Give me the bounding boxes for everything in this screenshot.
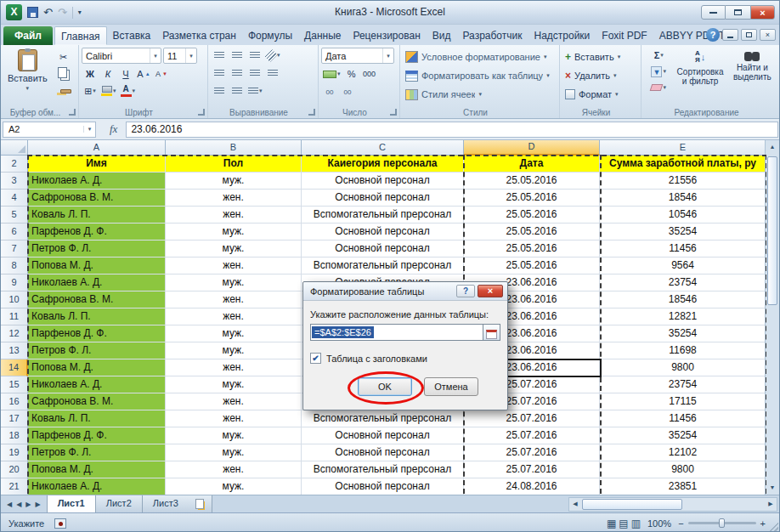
insert-cells-button[interactable]: + Вставить ▾	[562, 48, 638, 66]
dialog-titlebar[interactable]: Форматирование таблицы ? ×	[303, 282, 507, 301]
cell-B2[interactable]: Пол	[166, 156, 302, 173]
decrease-decimal-button[interactable]: 00	[339, 84, 356, 99]
fill-color-button[interactable]: ▾	[99, 83, 118, 99]
cell-A18[interactable]: Парфенов Д. Ф.	[28, 427, 166, 444]
row-header-5[interactable]: 5	[1, 207, 28, 224]
conditional-formatting-button[interactable]: Условное форматирование ▾	[403, 48, 557, 66]
dialog-launcher-icon[interactable]	[69, 109, 76, 116]
cell-B21[interactable]: муж.	[166, 478, 302, 495]
insert-function-button[interactable]: fx	[110, 122, 117, 136]
save-icon[interactable]	[27, 7, 38, 18]
cell-D8[interactable]: 25.05.2016	[464, 258, 600, 274]
horizontal-scroll-thumb[interactable]	[582, 499, 682, 510]
row-header-17[interactable]: 17	[1, 410, 28, 427]
font-color-button[interactable]: А▾	[119, 83, 138, 99]
cell-A9[interactable]: Николаев А. Д.	[28, 274, 166, 291]
row-header-15[interactable]: 15	[1, 376, 28, 393]
cell-C2[interactable]: Каиегория персонала	[302, 156, 464, 173]
name-box[interactable]: A2 ▾	[3, 122, 96, 138]
excel-logo-icon[interactable]: X	[6, 4, 22, 20]
cell-B5[interactable]: жен.	[166, 207, 302, 224]
valign-top-button[interactable]	[211, 48, 228, 63]
cell-B13[interactable]: муж.	[166, 342, 302, 359]
bold-button[interactable]: Ж	[82, 66, 99, 82]
minimize-button[interactable]	[701, 5, 726, 20]
orientation-button[interactable]: ▾	[264, 48, 282, 63]
cut-button[interactable]: ✂	[54, 49, 73, 65]
first-sheet-icon[interactable]: ◀	[7, 501, 12, 508]
cell-E8[interactable]: 9564	[600, 258, 766, 274]
cell-E20[interactable]: 9800	[600, 461, 766, 478]
copy-button[interactable]	[54, 66, 73, 82]
macro-record-icon[interactable]	[54, 518, 66, 529]
sheet-tab-Лист1[interactable]: Лист1	[47, 495, 96, 512]
cell-B7[interactable]: муж.	[166, 241, 302, 258]
row-header-7[interactable]: 7	[1, 241, 28, 258]
workbook-restore-button[interactable]	[741, 29, 757, 41]
cell-A4[interactable]: Сафронова В. М.	[28, 190, 166, 207]
chevron-down-icon[interactable]: ▾	[382, 48, 393, 63]
cell-E19[interactable]: 12102	[600, 444, 766, 461]
tab-Разработчик[interactable]: Разработчик	[456, 26, 528, 45]
scroll-left-icon[interactable]: ◀	[569, 501, 581, 507]
cell-C7[interactable]: Основной персонал	[302, 241, 464, 258]
cell-B9[interactable]: муж.	[166, 274, 302, 291]
merge-center-button[interactable]: ▾	[246, 83, 264, 99]
cell-B15[interactable]: муж.	[166, 376, 302, 393]
vertical-scroll-thumb[interactable]	[767, 156, 777, 305]
chevron-down-icon[interactable]: ▾	[185, 48, 196, 63]
cell-C21[interactable]: Основной персонал	[302, 478, 464, 495]
cell-C4[interactable]: Основной персонал	[302, 190, 464, 207]
find-select-button[interactable]: Найти и выделить	[727, 48, 777, 95]
column-header-B[interactable]: B	[166, 140, 302, 156]
cancel-button[interactable]: Отмена	[424, 377, 478, 396]
normal-view-icon[interactable]: ▦	[607, 518, 616, 529]
cell-A5[interactable]: Коваль Л. П.	[28, 207, 166, 224]
cell-E17[interactable]: 11456	[600, 410, 766, 427]
ok-button[interactable]: OK	[358, 377, 412, 396]
dialog-launcher-icon[interactable]	[390, 109, 397, 116]
paste-button[interactable]: Вставить ▾	[3, 48, 52, 99]
fill-button[interactable]: ▼▾	[644, 64, 673, 79]
cell-A7[interactable]: Петров Ф. Л.	[28, 241, 166, 258]
range-input[interactable]: =$A$2:$E$26	[310, 324, 483, 341]
row-header-20[interactable]: 20	[1, 461, 28, 478]
cell-B17[interactable]: жен.	[166, 410, 302, 427]
row-header-12[interactable]: 12	[1, 325, 28, 342]
cell-E21[interactable]: 23851	[600, 478, 766, 495]
cell-E18[interactable]: 35254	[600, 427, 766, 444]
cell-E6[interactable]: 35254	[600, 224, 766, 241]
tab-Главная[interactable]: Главная	[54, 26, 107, 45]
page-break-view-icon[interactable]: ▥	[631, 518, 641, 529]
cell-A17[interactable]: Коваль Л. П.	[28, 410, 166, 427]
cell-C19[interactable]: Основной персонал	[302, 444, 464, 461]
cell-A19[interactable]: Петров Ф. Л.	[28, 444, 166, 461]
cell-B18[interactable]: муж.	[166, 427, 302, 444]
maximize-button[interactable]	[726, 5, 750, 20]
row-header-11[interactable]: 11	[1, 308, 28, 325]
font-size-combo[interactable]: 11▾	[163, 48, 197, 64]
cell-C18[interactable]: Основной персонал	[302, 427, 464, 444]
row-header-18[interactable]: 18	[1, 427, 28, 444]
column-header-D[interactable]: D	[464, 140, 600, 156]
cell-C3[interactable]: Основной персонал	[302, 173, 464, 190]
cell-B14[interactable]: жен.	[166, 359, 302, 376]
wrap-text-button[interactable]	[264, 65, 281, 81]
column-header-A[interactable]: A	[28, 140, 166, 156]
cell-A10[interactable]: Сафронова В. М.	[28, 291, 166, 308]
format-painter-button[interactable]	[54, 83, 73, 99]
decrease-indent-button[interactable]	[211, 83, 228, 99]
scroll-up-icon[interactable]: ▲	[766, 140, 779, 154]
font-family-combo[interactable]: Calibri▾	[82, 48, 161, 64]
autosum-button[interactable]: Σ▾	[644, 48, 673, 63]
cell-B12[interactable]: муж.	[166, 325, 302, 342]
cell-C20[interactable]: Вспомогательный прерсонал	[302, 461, 464, 478]
cell-B20[interactable]: жен.	[166, 461, 302, 478]
cell-D19[interactable]: 25.07.2016	[464, 444, 600, 461]
cell-E3[interactable]: 21556	[600, 173, 766, 190]
cell-D4[interactable]: 25.05.2016	[464, 190, 600, 207]
sort-filter-button[interactable]: АЯ ↓ Сортировка и фильтр	[675, 48, 725, 95]
format-cells-button[interactable]: Формат ▾	[562, 85, 638, 104]
cell-B11[interactable]: жен.	[166, 308, 302, 325]
currency-format-button[interactable]: ▾	[321, 66, 342, 82]
